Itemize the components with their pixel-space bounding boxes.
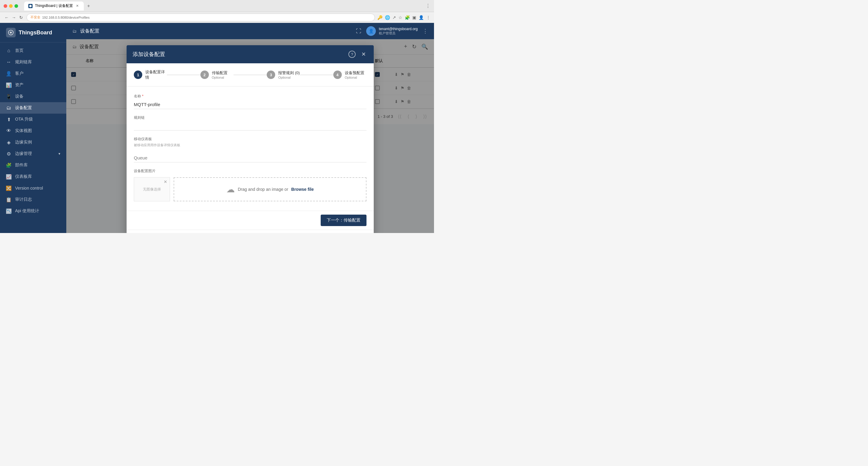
widgets-icon: 🧩 — [6, 162, 11, 168]
close-traffic-light[interactable] — [4, 4, 7, 8]
step-2-sub: Optional — [212, 76, 227, 79]
browser-chrome: ThingsBoard | 设备配置 ✕ + ⋮ — [0, 0, 434, 12]
next-button[interactable]: 下一个：传输配置 — [321, 215, 367, 226]
name-input[interactable] — [134, 100, 367, 109]
minimize-traffic-light[interactable] — [9, 4, 13, 8]
extension-icon[interactable]: 🧩 — [405, 15, 410, 20]
sidebar-item-entity-view[interactable]: 👁 实体视图 — [0, 125, 66, 136]
step-4: 4 设备预配置 Optional — [333, 70, 367, 79]
topbar-menu-icon[interactable]: ⋮ — [423, 28, 428, 34]
image-section-label: 设备配置图片 — [134, 168, 367, 174]
step-1-circle: 1 — [134, 70, 142, 79]
bookmark-icon[interactable]: ☆ — [398, 15, 402, 20]
step-3-label: 报警规则 (0) — [278, 70, 300, 76]
menu-icon[interactable]: ⋮ — [426, 15, 430, 20]
devices-icon: 📱 — [6, 94, 11, 99]
refresh-button[interactable]: ↻ — [18, 14, 24, 21]
help-button[interactable]: ? — [348, 51, 355, 58]
sidebar-item-label: OTA 升级 — [15, 117, 33, 122]
sidebar-item-edge-instances[interactable]: ◈ 边缘实例 — [0, 136, 66, 148]
tab-title: ThingsBoard | 设备配置 — [35, 3, 73, 8]
share-icon[interactable]: ↗ — [393, 15, 396, 20]
sidebar-item-audit-logs[interactable]: 📋 审计日志 — [0, 194, 66, 205]
close-modal-button[interactable]: ✕ — [359, 50, 368, 59]
forward-button[interactable]: → — [11, 14, 17, 21]
topbar-section-icon: 🗂 — [72, 29, 76, 33]
browse-file-link[interactable]: Browse file — [291, 187, 314, 192]
modal-header: 添加设备配置 ? ✕ — [127, 45, 374, 63]
sidebar-item-api-usage[interactable]: 📉 Api 使用统计 — [0, 205, 66, 217]
dashboards-icon: 📈 — [6, 174, 11, 179]
tab-bar: ThingsBoard | 设备配置 ✕ + — [24, 1, 92, 10]
queue-field — [134, 153, 367, 162]
edge-instances-icon: ◈ — [6, 139, 11, 145]
sidebar-item-widgets[interactable]: 🧩 部件库 — [0, 159, 66, 171]
user-email: tenant@thingsboard.org — [379, 27, 418, 31]
sidebar-nav: ⌂ 首页 ↔ 规则链库 👤 客户 📊 资产 📱 设备 🗂 设备配置 — [0, 42, 66, 233]
user-role: 租户管理员 — [379, 31, 418, 36]
step-1-label: 设备配置详情 — [145, 69, 167, 80]
modal-overlay: 添加设备配置 ? ✕ 1 设备配置详情 — [66, 39, 434, 233]
tab-close-btn[interactable]: ✕ — [75, 4, 80, 8]
step-4-info: 设备预配置 Optional — [345, 70, 364, 79]
sidebar-toggle-icon[interactable]: ▣ — [412, 15, 416, 20]
rule-chain-input[interactable] — [134, 122, 367, 130]
address-input[interactable]: 不安全 192.168.0.5:8080/deviceProfiles — [27, 13, 375, 22]
content-area: 🗂 设备配置 + ↻ 🔍 名称 默认 — [66, 39, 434, 233]
device-profiles-icon: 🗂 — [6, 105, 11, 111]
sidebar-item-label: Api 使用统计 — [15, 208, 39, 214]
sidebar-item-label: 首页 — [15, 48, 24, 53]
user-avatar: 👤 — [366, 26, 376, 36]
image-upload-container: 无图像选择 ✕ ☁ Drag and drop an image or Brow… — [134, 177, 367, 201]
browser-nav-buttons: ⋮ — [426, 3, 430, 9]
new-tab-button[interactable]: + — [85, 2, 92, 10]
sidebar-item-assets[interactable]: 📊 资产 — [0, 79, 66, 91]
step-1-info: 设备配置详情 — [145, 69, 167, 80]
profile-icon[interactable]: 👤 — [418, 15, 424, 20]
step-connector-2 — [234, 75, 267, 75]
active-tab[interactable]: ThingsBoard | 设备配置 ✕ — [24, 1, 84, 10]
svg-point-0 — [29, 5, 32, 7]
modal-footer-inner: 下一个：传输配置 — [127, 211, 374, 230]
image-drop-zone[interactable]: ☁ Drag and drop an image or Browse file — [174, 177, 367, 201]
modal-actions: 取消 添加 — [127, 230, 374, 233]
sidebar-item-home[interactable]: ⌂ 首页 — [0, 45, 66, 56]
back-button[interactable]: ← — [4, 14, 10, 21]
queue-input[interactable] — [134, 153, 367, 162]
nav-arrows: ← → ↻ — [4, 14, 24, 21]
clear-image-button[interactable]: ✕ — [162, 179, 168, 185]
name-label: 名称 — [134, 94, 367, 99]
translate-icon[interactable]: 🌐 — [385, 15, 390, 20]
modal-header-actions: ? ✕ — [348, 50, 368, 59]
sidebar-item-label: 部件库 — [15, 162, 28, 168]
step-4-circle: 4 — [333, 70, 342, 79]
drag-drop-text: Drag and drop an image or — [238, 187, 288, 192]
rule-chain-field: 规则链 — [134, 115, 367, 130]
step-4-label: 设备预配置 — [345, 70, 364, 76]
step-3-info: 报警规则 (0) Optional — [278, 70, 300, 79]
sidebar-item-rule-chain[interactable]: ↔ 规则链库 — [0, 56, 66, 68]
sidebar-item-device-profiles[interactable]: 🗂 设备配置 — [0, 102, 66, 114]
add-device-profile-modal: 添加设备配置 ? ✕ 1 设备配置详情 — [127, 45, 374, 233]
rule-chain-label: 规则链 — [134, 115, 367, 120]
logo-icon — [6, 28, 16, 37]
sidebar-item-label: 审计日志 — [15, 197, 32, 202]
sidebar-logo[interactable]: ThingsBoard — [0, 23, 66, 42]
key-icon[interactable]: 🔑 — [377, 15, 382, 20]
step-3: 3 报警规则 (0) Optional — [267, 70, 300, 79]
sidebar-item-dashboards[interactable]: 📈 仪表板库 — [0, 171, 66, 182]
sidebar-item-edge-management[interactable]: ⚙ 边缘管理 ▾ — [0, 148, 66, 159]
sidebar-item-version-control[interactable]: 🔀 Version control — [0, 182, 66, 194]
sidebar-item-devices[interactable]: 📱 设备 — [0, 91, 66, 102]
edge-management-icon: ⚙ — [6, 151, 11, 156]
address-bar-icons: 🔑 🌐 ↗ ☆ 🧩 ▣ 👤 ⋮ — [377, 15, 430, 20]
fullscreen-traffic-light[interactable] — [14, 4, 18, 8]
home-icon: ⌂ — [6, 48, 11, 53]
sidebar-item-customers[interactable]: 👤 客户 — [0, 68, 66, 79]
browser-settings-icon[interactable]: ⋮ — [426, 3, 430, 9]
fullscreen-icon[interactable]: ⛶ — [356, 28, 361, 34]
app-container: ThingsBoard ⌂ 首页 ↔ 规则链库 👤 客户 📊 资产 📱 设备 — [0, 23, 434, 233]
topbar-title: 设备配置 — [80, 28, 99, 34]
sidebar-item-ota[interactable]: ⬆ OTA 升级 — [0, 114, 66, 125]
assets-icon: 📊 — [6, 82, 11, 88]
